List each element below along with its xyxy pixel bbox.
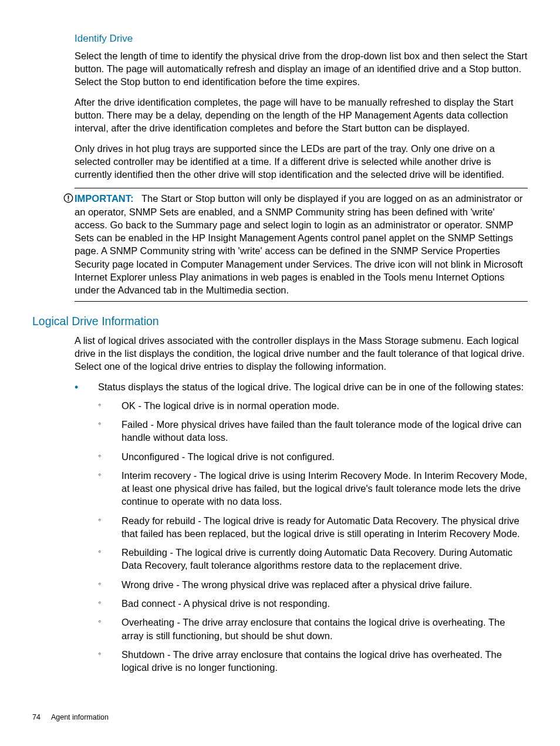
identify-drive-para-3: Only drives in hot plug trays are suppor… bbox=[75, 142, 528, 181]
state-item: OK - The logical drive is in normal oper… bbox=[98, 399, 528, 412]
state-item: Failed - More physical drives have faile… bbox=[98, 418, 528, 444]
identify-drive-para-2: After the drive identification completes… bbox=[75, 96, 528, 135]
status-bullet-list: Status displays the status of the logica… bbox=[75, 380, 528, 674]
state-item: Wrong drive - The wrong physical drive w… bbox=[98, 578, 528, 591]
state-item: Bad connect - A physical drive is not re… bbox=[98, 597, 528, 610]
state-item: Unconfigured - The logical drive is not … bbox=[98, 450, 528, 463]
important-label: IMPORTANT: bbox=[75, 193, 134, 204]
state-item: Interim recovery - The logical drive is … bbox=[98, 469, 528, 508]
state-item: Overheating - The drive array enclosure … bbox=[98, 616, 528, 642]
identify-drive-heading: Identify Drive bbox=[75, 32, 528, 46]
status-bullet-text: Status displays the status of the logica… bbox=[98, 382, 524, 392]
page-footer: 74Agent information bbox=[32, 713, 109, 723]
states-list: OK - The logical drive is in normal oper… bbox=[98, 399, 528, 674]
state-item: Ready for rebuild - The logical drive is… bbox=[98, 514, 528, 541]
footer-section-name: Agent information bbox=[51, 713, 109, 721]
state-item: Rebuilding - The logical drive is curren… bbox=[98, 546, 528, 572]
important-icon bbox=[63, 193, 73, 203]
logical-drive-info-heading: Logical Drive Information bbox=[32, 313, 528, 329]
svg-rect-1 bbox=[68, 196, 69, 200]
important-text: IMPORTANT: The Start or Stop button will… bbox=[75, 192, 528, 296]
svg-rect-2 bbox=[68, 200, 69, 201]
status-bullet-item: Status displays the status of the logica… bbox=[75, 380, 528, 674]
important-body: The Start or Stop button will only be di… bbox=[75, 193, 523, 295]
identify-drive-para-1: Select the length of time to identify th… bbox=[75, 49, 528, 89]
logical-drive-intro: A list of logical drives associated with… bbox=[75, 334, 528, 373]
important-note-block: IMPORTANT: The Start or Stop button will… bbox=[75, 188, 528, 302]
state-item: Shutdown - The drive array enclosure tha… bbox=[98, 648, 528, 674]
page-number: 74 bbox=[32, 713, 41, 721]
